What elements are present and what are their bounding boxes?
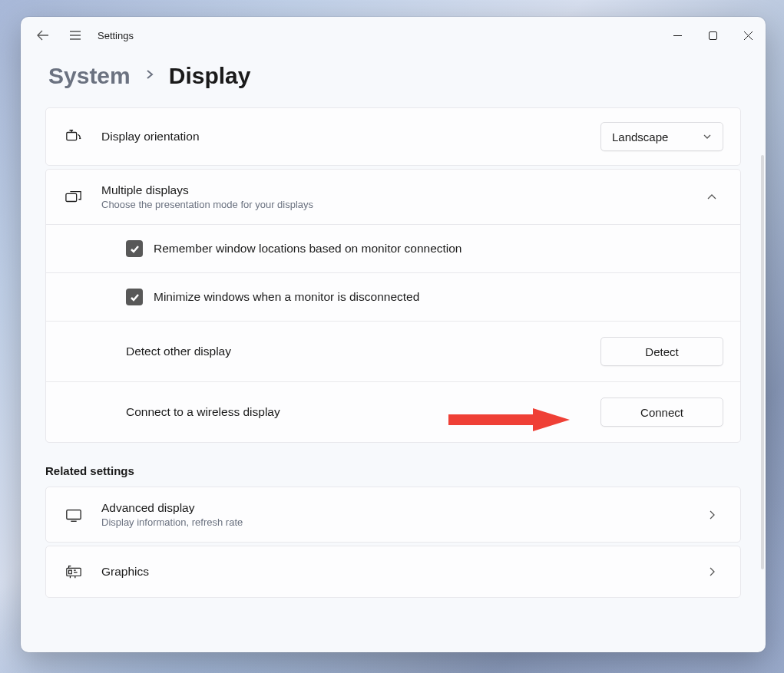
chevron-right-icon	[700, 560, 723, 583]
connect-button[interactable]: Connect	[600, 398, 723, 427]
minimize-label: Minimize windows when a monitor is disco…	[154, 290, 723, 304]
svg-rect-2	[66, 193, 77, 201]
orientation-label: Display orientation	[101, 130, 600, 144]
graphics-title: Graphics	[101, 565, 700, 579]
nav-menu-button[interactable]	[59, 20, 91, 51]
multiple-displays-card: Multiple displays Choose the presentatio…	[45, 169, 741, 443]
breadcrumb: System Display	[21, 54, 766, 107]
advanced-display-card[interactable]: Advanced display Display information, re…	[45, 487, 741, 543]
scrollbar[interactable]	[761, 155, 764, 569]
breadcrumb-current: Display	[169, 63, 251, 89]
orientation-select[interactable]: Landscape	[600, 122, 723, 151]
breadcrumb-parent[interactable]: System	[48, 63, 131, 89]
maximize-button[interactable]	[695, 21, 730, 50]
detect-label: Detect other display	[126, 345, 600, 358]
multiple-displays-subtitle: Choose the presentation mode for your di…	[101, 199, 700, 210]
remember-checkbox[interactable]	[126, 240, 143, 257]
detect-display-row: Detect other display Detect	[46, 321, 740, 381]
titlebar: Settings	[21, 17, 766, 54]
monitor-icon	[63, 506, 84, 523]
chevron-right-icon	[700, 503, 723, 526]
svg-rect-1	[67, 133, 77, 140]
display-orientation-card[interactable]: Display orientation Landscape	[45, 107, 741, 166]
graphics-card[interactable]: Graphics	[45, 546, 741, 598]
settings-window: Settings System Display	[21, 17, 766, 652]
detect-button[interactable]: Detect	[600, 337, 723, 366]
wireless-display-row: Connect to a wireless display Connect	[46, 381, 740, 442]
collapse-button[interactable]	[700, 186, 723, 209]
multiple-displays-header[interactable]: Multiple displays Choose the presentatio…	[46, 170, 740, 224]
graphics-icon	[63, 563, 84, 580]
back-button[interactable]	[27, 20, 59, 51]
wireless-label: Connect to a wireless display	[126, 405, 600, 419]
multiple-displays-title: Multiple displays	[101, 183, 700, 197]
minimize-checkbox[interactable]	[126, 289, 143, 305]
remember-locations-row[interactable]: Remember window locations based on monit…	[46, 224, 740, 272]
minimize-disconnect-row[interactable]: Minimize windows when a monitor is disco…	[46, 272, 740, 321]
chevron-down-icon	[703, 130, 712, 144]
app-title: Settings	[98, 30, 134, 41]
svg-rect-0	[709, 31, 716, 39]
window-controls	[660, 21, 766, 50]
svg-rect-3	[67, 510, 81, 519]
minimize-button[interactable]	[660, 21, 695, 50]
remember-label: Remember window locations based on monit…	[154, 242, 723, 256]
chevron-right-icon	[144, 69, 155, 83]
multiple-displays-icon	[63, 189, 84, 206]
advanced-title: Advanced display	[101, 501, 700, 515]
advanced-subtitle: Display information, refresh rate	[101, 516, 700, 528]
orientation-value: Landscape	[612, 130, 668, 144]
content-area: Display orientation Landscape	[21, 107, 766, 652]
close-button[interactable]	[730, 21, 766, 50]
related-settings-header: Related settings	[45, 464, 741, 477]
orientation-icon	[63, 128, 84, 145]
